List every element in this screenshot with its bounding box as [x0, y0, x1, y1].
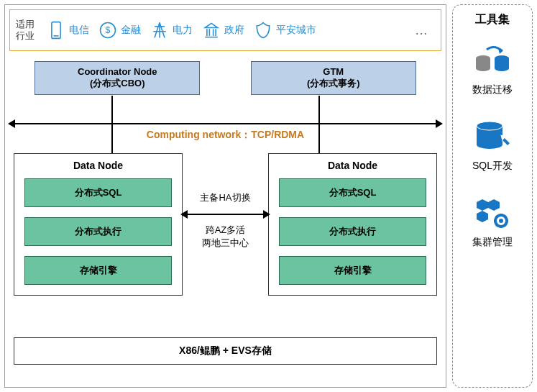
industry-item-label: 政府 — [224, 24, 244, 37]
network-label: Computing network：TCP/RDMA — [9, 129, 441, 142]
gtm-subtitle: (分布式事务) — [254, 77, 413, 90]
telecom-icon — [46, 20, 66, 40]
storage-box: X86/鲲鹏 + EVS存储 — [14, 337, 437, 365]
az-text: 跨AZ多活 — [189, 224, 262, 237]
data-node-left: Data Node 分布式SQL 分布式执行 存储引擎 — [14, 153, 183, 296]
arrow-left-icon — [180, 210, 188, 219]
industry-item-label: 电信 — [69, 24, 89, 37]
cluster-mgmt-icon — [472, 194, 513, 232]
svg-marker-23 — [477, 199, 488, 211]
government-icon — [201, 20, 221, 40]
architecture-area: Coordinator Node (分布式CBO) GTM (分布式事务) Co… — [9, 51, 441, 368]
data-node-title: Data Node — [279, 160, 426, 171]
sql-dev-icon — [472, 118, 513, 155]
finance-icon: $ — [98, 20, 118, 40]
svg-point-15 — [495, 65, 509, 71]
component-box: 分布式SQL — [24, 178, 172, 207]
svg-point-19 — [477, 140, 502, 149]
data-node-title: Data Node — [24, 160, 172, 171]
tool-item: SQL开发 — [472, 118, 513, 173]
data-migration-icon — [472, 42, 513, 79]
industry-item: $ 金融 — [98, 20, 141, 40]
tool-label: SQL开发 — [472, 160, 513, 173]
coordinator-title: Coordinator Node — [38, 66, 196, 77]
component-box: 分布式执行 — [24, 217, 172, 246]
connector-line — [111, 96, 113, 153]
arrow-right-icon — [263, 210, 270, 219]
arrow-left-icon — [8, 119, 15, 128]
industry-item-label: 平安城市 — [276, 24, 316, 37]
arrow-right-icon — [436, 119, 443, 128]
power-icon — [150, 20, 170, 40]
bidirectional-line — [185, 214, 266, 215]
more-dots: … — [415, 23, 428, 38]
component-box: 存储引擎 — [24, 256, 172, 285]
industry-label: 适用行业 — [16, 19, 37, 41]
svg-marker-25 — [477, 211, 488, 222]
industry-item: 平安城市 — [253, 20, 316, 40]
toolset-panel: 工具集 数据迁移 SQL开发 集群管理 — [452, 4, 533, 388]
industry-item-label: 电力 — [173, 24, 193, 37]
tool-item: 数据迁移 — [472, 42, 513, 96]
data-node-right: Data Node 分布式SQL 分布式执行 存储引擎 — [268, 153, 437, 296]
industry-row: 适用行业 电信 $ 金融 电力 政府 平安城市 … — [9, 9, 441, 51]
industry-item-label: 金融 — [121, 24, 141, 37]
svg-text:$: $ — [106, 25, 111, 35]
toolset-header: 工具集 — [475, 12, 510, 27]
industry-item: 政府 — [201, 20, 244, 40]
gtm-title: GTM — [254, 66, 413, 77]
industry-item: 电信 — [46, 20, 89, 40]
component-box: 分布式SQL — [279, 178, 426, 207]
coordinator-subtitle: (分布式CBO) — [38, 77, 196, 90]
ha-text: 主备HA切换 — [189, 191, 262, 204]
middle-text: 主备HA切换 — [189, 191, 262, 211]
svg-point-27 — [499, 219, 503, 223]
network-line — [9, 123, 441, 124]
component-box: 存储引擎 — [279, 256, 426, 285]
dc-text: 两地三中心 — [189, 237, 262, 250]
tool-label: 数据迁移 — [472, 83, 513, 96]
storage-label: X86/鲲鹏 + EVS存储 — [179, 345, 272, 357]
architecture-panel: 适用行业 电信 $ 金融 电力 政府 平安城市 … — [4, 4, 446, 388]
component-box: 分布式执行 — [279, 217, 426, 246]
industry-item: 电力 — [150, 20, 193, 40]
tool-item: 集群管理 — [472, 194, 513, 249]
tool-label: 集群管理 — [472, 236, 513, 249]
gtm-node: GTM (分布式事务) — [251, 61, 416, 95]
connector-line — [318, 96, 320, 153]
svg-point-12 — [476, 65, 490, 71]
coordinator-node: Coordinator Node (分布式CBO) — [35, 61, 200, 95]
safecity-icon — [253, 20, 273, 40]
svg-marker-24 — [488, 199, 500, 211]
middle-text-2: 跨AZ多活 两地三中心 — [189, 224, 262, 250]
